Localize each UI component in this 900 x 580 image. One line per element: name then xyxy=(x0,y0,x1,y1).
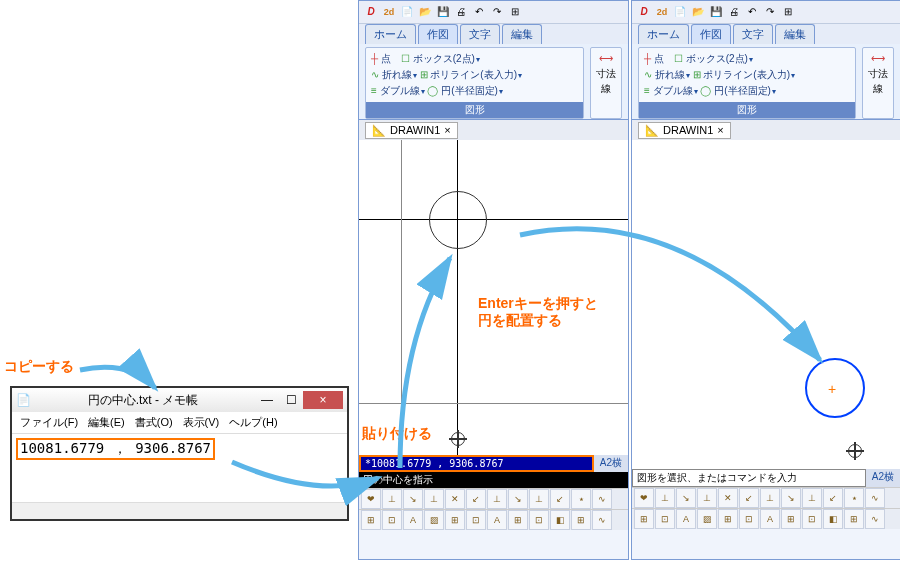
cmd-double[interactable]: ダブル線 xyxy=(653,85,698,96)
cmd-box[interactable]: ボックス(2点) xyxy=(686,53,753,64)
tab-text[interactable]: 文字 xyxy=(460,24,500,44)
command-input[interactable]: *10081.6779 , 9306.8767 xyxy=(359,455,594,472)
cmd-circle[interactable]: 円(半径固定) xyxy=(441,85,503,96)
tool-icon[interactable]: ⊞ xyxy=(844,509,864,529)
open-icon[interactable]: 📂 xyxy=(417,4,433,20)
tool-icon[interactable]: ◧ xyxy=(823,509,843,529)
cmd-point[interactable]: 点 xyxy=(381,53,391,64)
cmd-box[interactable]: ボックス(2点) xyxy=(413,53,480,64)
tool-icon[interactable]: ↘ xyxy=(676,488,696,508)
open-icon[interactable]: 📂 xyxy=(690,4,706,20)
tool-icon[interactable]: ❤ xyxy=(634,488,654,508)
tool-icon[interactable]: ⊥ xyxy=(655,488,675,508)
tool-icon[interactable]: A xyxy=(676,509,696,529)
save-icon[interactable]: 💾 xyxy=(708,4,724,20)
redo-icon[interactable]: ↷ xyxy=(489,4,505,20)
tab-edit[interactable]: 編集 xyxy=(775,24,815,44)
print-icon[interactable]: 🖨 xyxy=(726,4,742,20)
menu-help[interactable]: ヘルプ(H) xyxy=(225,414,281,431)
tool-icon[interactable]: ٭ xyxy=(844,488,864,508)
tool-icon[interactable]: ❤ xyxy=(361,489,381,509)
doc-close-icon[interactable]: × xyxy=(444,124,450,136)
undo-icon[interactable]: ↶ xyxy=(471,4,487,20)
tool-icon[interactable]: ⊥ xyxy=(424,489,444,509)
undo-icon[interactable]: ↶ xyxy=(744,4,760,20)
cmd-dim[interactable]: 寸法線 xyxy=(596,68,616,94)
tool-icon[interactable]: ⊞ xyxy=(571,510,591,530)
paper-size[interactable]: A2横 xyxy=(866,469,900,487)
tab-draw[interactable]: 作図 xyxy=(691,24,731,44)
doc-close-icon[interactable]: × xyxy=(717,124,723,136)
tool-icon[interactable]: ⊡ xyxy=(382,510,402,530)
tool-icon[interactable]: ⊞ xyxy=(718,509,738,529)
settings-icon[interactable]: ⊞ xyxy=(780,4,796,20)
tool-icon[interactable]: ⊞ xyxy=(445,510,465,530)
tool-icon[interactable]: ⊞ xyxy=(781,509,801,529)
tool-icon[interactable]: A xyxy=(487,510,507,530)
new-icon[interactable]: 📄 xyxy=(672,4,688,20)
tool-icon[interactable]: ⊥ xyxy=(529,489,549,509)
save-icon[interactable]: 💾 xyxy=(435,4,451,20)
tool-icon[interactable]: A xyxy=(403,510,423,530)
tool-icon[interactable]: ∿ xyxy=(592,489,612,509)
cmd-poly2[interactable]: ポリライン(表入力) xyxy=(703,69,795,80)
minimize-button[interactable]: — xyxy=(255,393,279,407)
tool-icon[interactable]: ⊡ xyxy=(529,510,549,530)
tool-icon[interactable]: A xyxy=(760,509,780,529)
tool-icon[interactable]: ✕ xyxy=(718,488,738,508)
tool-icon[interactable]: ⊞ xyxy=(508,510,528,530)
tool-icon[interactable]: ∿ xyxy=(592,510,612,530)
cmd-circle[interactable]: 円(半径固定) xyxy=(714,85,776,96)
tab-home[interactable]: ホーム xyxy=(638,24,689,44)
new-icon[interactable]: 📄 xyxy=(399,4,415,20)
paper-size[interactable]: A2横 xyxy=(594,455,628,472)
tool-icon[interactable]: ↙ xyxy=(739,488,759,508)
tool-icon[interactable]: ⊥ xyxy=(760,488,780,508)
cmd-point[interactable]: 点 xyxy=(654,53,664,64)
command-hint-right[interactable]: 図形を選択、またはコマンドを入力 xyxy=(632,469,866,487)
doc-tab-drawin1[interactable]: 📐 DRAWIN1 × xyxy=(365,122,458,139)
doc-tab-drawin1[interactable]: 📐 DRAWIN1 × xyxy=(638,122,731,139)
tool-icon[interactable]: ↙ xyxy=(550,489,570,509)
close-button[interactable]: × xyxy=(303,391,343,409)
settings-icon[interactable]: ⊞ xyxy=(507,4,523,20)
cmd-poly2[interactable]: ポリライン(表入力) xyxy=(430,69,522,80)
tool-icon[interactable]: ▨ xyxy=(697,509,717,529)
tab-draw[interactable]: 作図 xyxy=(418,24,458,44)
tool-icon[interactable]: ↙ xyxy=(823,488,843,508)
maximize-button[interactable]: ☐ xyxy=(279,393,303,407)
tool-icon[interactable]: ⊡ xyxy=(655,509,675,529)
mode-2d3d-icon[interactable]: 2d xyxy=(654,4,670,20)
tool-icon[interactable]: ⊞ xyxy=(634,509,654,529)
cmd-polyline[interactable]: 折れ線 xyxy=(382,69,417,80)
tool-icon[interactable]: ⊡ xyxy=(739,509,759,529)
cmd-dim[interactable]: 寸法線 xyxy=(868,68,888,94)
notepad-textarea[interactable]: 10081.6779 ， 9306.8767 xyxy=(12,434,347,502)
menu-edit[interactable]: 編集(E) xyxy=(84,414,129,431)
print-icon[interactable]: 🖨 xyxy=(453,4,469,20)
tool-icon[interactable]: ◧ xyxy=(550,510,570,530)
tab-edit[interactable]: 編集 xyxy=(502,24,542,44)
tool-icon[interactable]: ⊥ xyxy=(382,489,402,509)
tool-icon[interactable]: ∿ xyxy=(865,509,885,529)
tool-icon[interactable]: ∿ xyxy=(865,488,885,508)
drawing-canvas[interactable]: + xyxy=(632,140,900,469)
tool-icon[interactable]: ▨ xyxy=(424,510,444,530)
tool-icon[interactable]: ↘ xyxy=(508,489,528,509)
tool-icon[interactable]: ⊞ xyxy=(361,510,381,530)
mode-2d3d-icon[interactable]: 2d xyxy=(381,4,397,20)
tool-icon[interactable]: ↙ xyxy=(466,489,486,509)
tool-icon[interactable]: ⊥ xyxy=(697,488,717,508)
redo-icon[interactable]: ↷ xyxy=(762,4,778,20)
menu-view[interactable]: 表示(V) xyxy=(179,414,224,431)
menu-file[interactable]: ファイル(F) xyxy=(16,414,82,431)
tool-icon[interactable]: ⊥ xyxy=(802,488,822,508)
tool-icon[interactable]: ⊥ xyxy=(487,489,507,509)
tool-icon[interactable]: ٭ xyxy=(571,489,591,509)
tab-home[interactable]: ホーム xyxy=(365,24,416,44)
tool-icon[interactable]: ⊡ xyxy=(466,510,486,530)
tool-icon[interactable]: ↘ xyxy=(403,489,423,509)
cmd-polyline[interactable]: 折れ線 xyxy=(655,69,690,80)
tab-text[interactable]: 文字 xyxy=(733,24,773,44)
menu-format[interactable]: 書式(O) xyxy=(131,414,177,431)
